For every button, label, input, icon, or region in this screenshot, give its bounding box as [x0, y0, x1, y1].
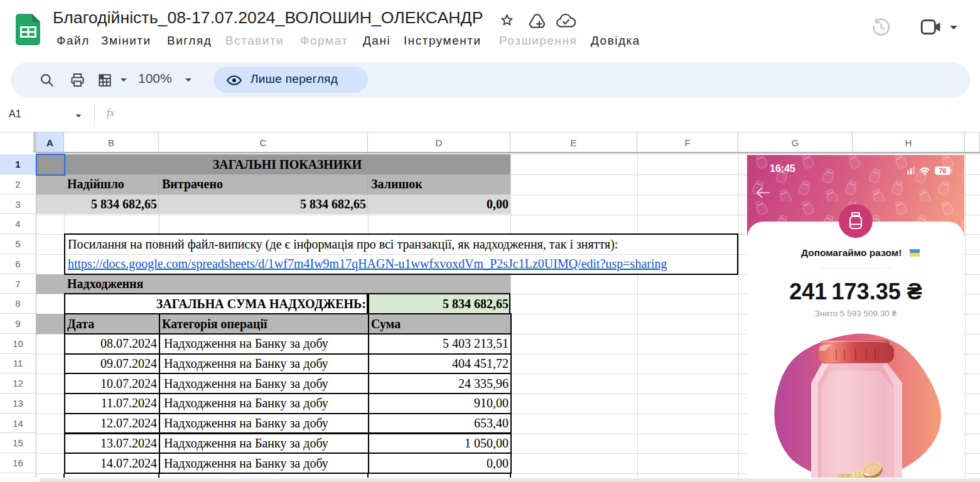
svg-text:76: 76 — [939, 167, 946, 174]
